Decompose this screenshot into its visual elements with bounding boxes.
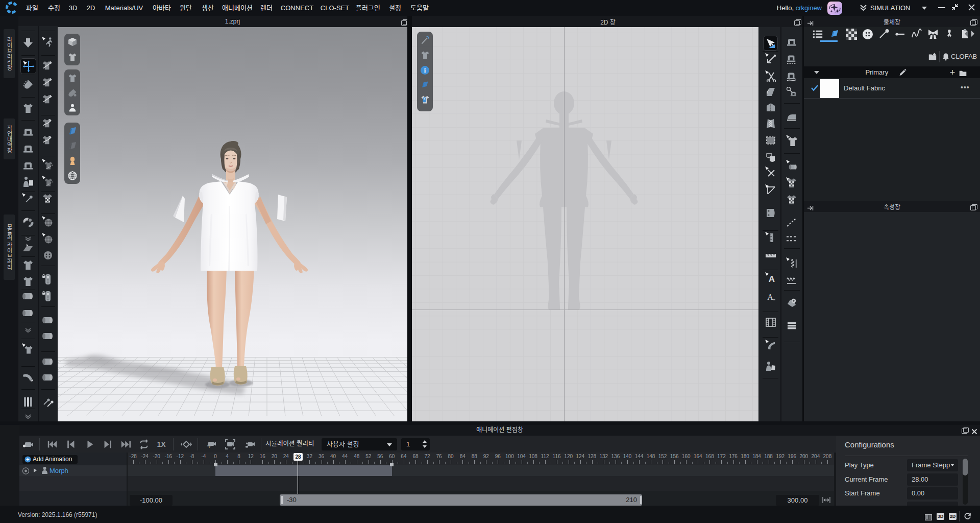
svg-text:A: A: [767, 293, 773, 301]
svg-text:i: i: [424, 66, 426, 74]
svg-text:A: A: [768, 274, 774, 284]
svg-text:✛: ✛: [207, 443, 212, 449]
